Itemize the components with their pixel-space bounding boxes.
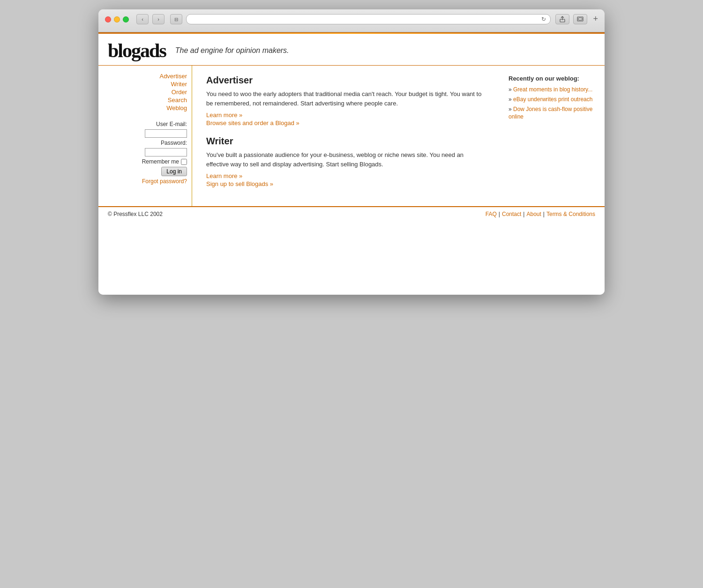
main-content-area: Advertiser You need to woo the early ado… (192, 66, 501, 206)
advertiser-browse-link[interactable]: Browse sites and order a Blogad » (206, 119, 487, 127)
svg-rect-2 (578, 18, 582, 20)
tabs-button[interactable] (573, 14, 587, 24)
weblog-prefix-2: » (509, 106, 512, 112)
email-input[interactable] (145, 129, 187, 138)
site-tagline: The ad engine for opinion makers. (175, 46, 289, 55)
writer-section: Writer You've built a passionate audienc… (206, 136, 487, 187)
advertiser-links: Learn more » Browse sites and order a Bl… (206, 112, 487, 127)
right-panel: Recently on our weblog: » Great moments … (501, 66, 605, 206)
maximize-button[interactable] (123, 16, 129, 22)
weblog-link-2[interactable]: Dow Jones is cash-flow positive online (509, 106, 592, 120)
minimize-button[interactable] (114, 16, 120, 22)
copyright-text: © Pressflex LLC 2002 (108, 211, 163, 217)
weblog-link-0[interactable]: Great moments in blog history... (513, 86, 592, 93)
weblog-prefix-1: » (509, 96, 512, 103)
footer-sep-1: | (499, 211, 500, 217)
sidebar-item-weblog[interactable]: Weblog (166, 104, 187, 112)
weblog-item-2: » Dow Jones is cash-flow positive online (509, 105, 598, 121)
password-input[interactable] (145, 148, 187, 156)
site-header: blogads The ad engine for opinion makers… (98, 34, 605, 66)
remember-label: Remember me (142, 158, 179, 165)
main-layout: Advertiser Writer Order Search Weblog Us… (98, 66, 605, 206)
footer-faq-link[interactable]: FAQ (486, 211, 497, 217)
browser-actions: + (555, 14, 598, 24)
writer-learn-more-link[interactable]: Learn more » (206, 172, 487, 179)
password-row: Password: (103, 140, 187, 146)
writer-title: Writer (206, 136, 487, 147)
sidebar-item-advertiser[interactable]: Advertiser (159, 73, 187, 80)
footer-about-link[interactable]: About (526, 211, 541, 217)
remember-checkbox[interactable] (181, 159, 187, 165)
address-bar[interactable] (186, 14, 551, 24)
new-tab-button[interactable]: + (593, 14, 598, 24)
browser-chrome: ‹ › ⊟ ↻ (98, 9, 605, 32)
email-label: User E-mail: (156, 121, 187, 127)
weblog-title: Recently on our weblog: (509, 75, 598, 82)
writer-links: Learn more » Sign up to sell Blogads » (206, 172, 487, 187)
advertiser-text: You need to woo the early adopters that … (206, 89, 487, 108)
refresh-button[interactable]: ↻ (541, 16, 546, 22)
writer-signup-link[interactable]: Sign up to sell Blogads » (206, 180, 487, 187)
forward-button[interactable]: › (152, 14, 165, 24)
footer-contact-link[interactable]: Contact (502, 211, 521, 217)
advertiser-learn-more-link[interactable]: Learn more » (206, 112, 487, 119)
sidebar-item-order[interactable]: Order (172, 89, 187, 96)
login-button[interactable]: Log in (161, 167, 187, 176)
weblog-prefix-0: » (509, 86, 512, 93)
advertiser-section: Advertiser You need to woo the early ado… (206, 75, 487, 127)
site-logo: blogads (108, 38, 171, 63)
weblog-item-0: » Great moments in blog history... (509, 86, 598, 94)
remember-row: Remember me (103, 158, 187, 165)
password-label: Password: (161, 140, 187, 146)
sidebar-nav: Advertiser Writer Order Search Weblog (103, 73, 187, 112)
weblog-item-1: » eBay underwrites print outreach (509, 96, 598, 104)
browser-window: ‹ › ⊟ ↻ (98, 9, 605, 295)
site-footer: © Pressflex LLC 2002 FAQ | Contact | Abo… (98, 206, 605, 221)
close-button[interactable] (105, 16, 111, 22)
footer-terms-link[interactable]: Terms & Conditions (546, 211, 595, 217)
writer-text: You've built a passionate audience for y… (206, 150, 487, 169)
traffic-lights (105, 16, 129, 22)
login-form: User E-mail: Password: Remember me (103, 121, 187, 185)
footer-sep-3: | (543, 211, 545, 217)
footer-links: FAQ | Contact | About | Terms & Conditio… (486, 211, 595, 217)
weblog-link-1[interactable]: eBay underwrites print outreach (513, 96, 592, 103)
back-button[interactable]: ‹ (136, 14, 149, 24)
sidebar-toggle-button[interactable]: ⊟ (170, 14, 182, 24)
sidebar-item-writer[interactable]: Writer (171, 81, 187, 88)
sidebar: Advertiser Writer Order Search Weblog Us… (98, 66, 192, 206)
sidebar-item-search[interactable]: Search (168, 97, 187, 104)
forgot-password-link[interactable]: Forgot password? (103, 178, 187, 185)
footer-sep-2: | (523, 211, 524, 217)
email-row: User E-mail: (103, 121, 187, 127)
password-input-row (103, 148, 187, 156)
email-input-row (103, 129, 187, 138)
share-button[interactable] (555, 14, 569, 24)
page-content: blogads The ad engine for opinion makers… (98, 32, 605, 295)
advertiser-title: Advertiser (206, 75, 487, 86)
